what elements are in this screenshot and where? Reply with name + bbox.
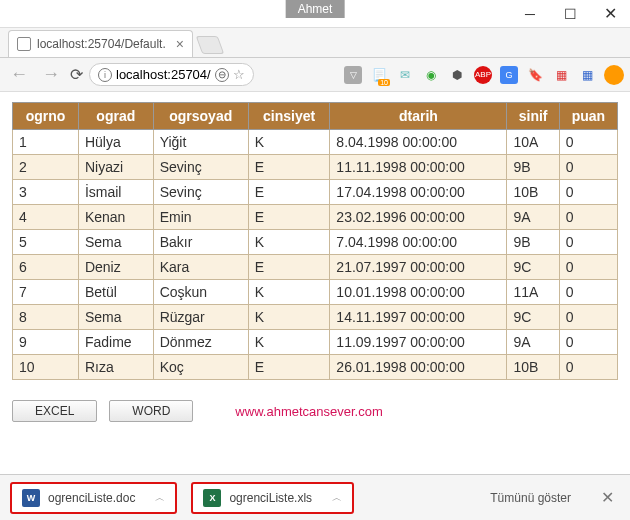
page-content: ogrnoogradogrsoyadcinsiyetdtarihsinifpua… xyxy=(0,92,630,390)
close-button[interactable]: ✕ xyxy=(590,0,630,28)
table-cell: Betül xyxy=(78,280,153,305)
zoom-icon[interactable]: ⊖ xyxy=(215,68,229,82)
tab-close-icon[interactable]: × xyxy=(176,36,184,52)
table-row: 5SemaBakırK7.04.1998 00:00:009B0 xyxy=(13,230,618,255)
window-titlebar: Ahmet ─ ☐ ✕ xyxy=(0,0,630,28)
table-cell: 8 xyxy=(13,305,79,330)
ext-icon-3[interactable]: ◉ xyxy=(422,66,440,84)
address-bar[interactable]: i localhost:25704/ ⊖ ☆ xyxy=(89,63,254,86)
excel-button[interactable]: EXCEL xyxy=(12,400,97,422)
chevron-up-icon[interactable]: ︿ xyxy=(332,491,342,505)
table-cell: K xyxy=(248,330,330,355)
table-row: 8SemaRüzgarK14.11.1997 00:00:009C0 xyxy=(13,305,618,330)
maximize-button[interactable]: ☐ xyxy=(550,0,590,28)
ext-icon-2[interactable]: ✉ xyxy=(396,66,414,84)
user-badge[interactable]: Ahmet xyxy=(286,0,345,18)
show-all-downloads[interactable]: Tümünü göster xyxy=(480,485,581,511)
table-cell: Rıza xyxy=(78,355,153,380)
column-header: ogrsoyad xyxy=(153,103,248,130)
table-cell: 7 xyxy=(13,280,79,305)
word-button[interactable]: WORD xyxy=(109,400,193,422)
table-row: 3İsmailSevinçE17.04.1998 00:00:0010B0 xyxy=(13,180,618,205)
ext-icon-4[interactable]: ⬢ xyxy=(448,66,466,84)
table-cell: 0 xyxy=(559,280,617,305)
table-cell: 14.11.1997 00:00:00 xyxy=(330,305,507,330)
word-file-icon: W xyxy=(22,489,40,507)
table-cell: 11.11.1998 00:00:00 xyxy=(330,155,507,180)
table-cell: 10.01.1998 00:00:00 xyxy=(330,280,507,305)
download-item-xls[interactable]: X ogrenciListe.xls ︿ xyxy=(191,482,354,514)
table-cell: Emin xyxy=(153,205,248,230)
table-cell: 0 xyxy=(559,205,617,230)
table-cell: 0 xyxy=(559,330,617,355)
table-cell: 9B xyxy=(507,155,559,180)
table-cell: 10B xyxy=(507,180,559,205)
student-table: ogrnoogradogrsoyadcinsiyetdtarihsinifpua… xyxy=(12,102,618,380)
page-icon xyxy=(17,37,31,51)
table-cell: 17.04.1998 00:00:00 xyxy=(330,180,507,205)
translate-icon[interactable]: G xyxy=(500,66,518,84)
site-info-icon[interactable]: i xyxy=(98,68,112,82)
table-cell: 26.01.1998 00:00:00 xyxy=(330,355,507,380)
new-tab-button[interactable] xyxy=(196,36,225,54)
star-icon[interactable]: ☆ xyxy=(233,67,245,82)
table-row: 2NiyaziSevinçE11.11.1998 00:00:009B0 xyxy=(13,155,618,180)
ext-icon-1[interactable]: 📃10 xyxy=(370,66,388,84)
table-cell: 7.04.1998 00:00:00 xyxy=(330,230,507,255)
table-cell: Coşkun xyxy=(153,280,248,305)
table-cell: E xyxy=(248,355,330,380)
table-row: 9FadimeDönmezK11.09.1997 00:00:009A0 xyxy=(13,330,618,355)
table-cell: 9 xyxy=(13,330,79,355)
table-cell: Bakır xyxy=(153,230,248,255)
adblock-icon[interactable]: ABP xyxy=(474,66,492,84)
table-cell: İsmail xyxy=(78,180,153,205)
table-cell: 9A xyxy=(507,330,559,355)
reload-button[interactable]: ⟳ xyxy=(70,65,83,84)
table-cell: Fadime xyxy=(78,330,153,355)
site-link[interactable]: www.ahmetcansever.com xyxy=(235,404,382,419)
table-row: 10RızaKoçE26.01.1998 00:00:0010B0 xyxy=(13,355,618,380)
back-button[interactable]: ← xyxy=(6,64,32,85)
ext-icon-6[interactable]: ▦ xyxy=(578,66,596,84)
profile-icon[interactable] xyxy=(604,65,624,85)
column-header: sinif xyxy=(507,103,559,130)
table-cell: Sevinç xyxy=(153,180,248,205)
forward-button[interactable]: → xyxy=(38,64,64,85)
chevron-up-icon[interactable]: ︿ xyxy=(155,491,165,505)
table-cell: E xyxy=(248,155,330,180)
table-cell: 10A xyxy=(507,130,559,155)
table-row: 6DenizKaraE21.07.1997 00:00:009C0 xyxy=(13,255,618,280)
column-header: ograd xyxy=(78,103,153,130)
browser-toolbar: ← → ⟳ i localhost:25704/ ⊖ ☆ ▽ 📃10 ✉ ◉ ⬢… xyxy=(0,58,630,92)
ext-icon-5[interactable]: ▦ xyxy=(552,66,570,84)
table-cell: Kenan xyxy=(78,205,153,230)
minimize-button[interactable]: ─ xyxy=(510,0,550,28)
table-cell: 0 xyxy=(559,155,617,180)
table-cell: 10 xyxy=(13,355,79,380)
column-header: cinsiyet xyxy=(248,103,330,130)
download-item-doc[interactable]: W ogrenciListe.doc ︿ xyxy=(10,482,177,514)
table-cell: 11.09.1997 00:00:00 xyxy=(330,330,507,355)
table-row: 7BetülCoşkunK10.01.1998 00:00:0011A0 xyxy=(13,280,618,305)
table-cell: K xyxy=(248,280,330,305)
download-filename: ogrenciListe.doc xyxy=(48,491,135,505)
extension-area: ▽ 📃10 ✉ ◉ ⬢ ABP G 🔖 ▦ ▦ xyxy=(344,65,624,85)
download-filename: ogrenciListe.xls xyxy=(229,491,312,505)
table-cell: 9A xyxy=(507,205,559,230)
bookmark-ext-icon[interactable]: 🔖 xyxy=(526,66,544,84)
abp-icon[interactable]: ▽ xyxy=(344,66,362,84)
table-cell: Sema xyxy=(78,305,153,330)
table-cell: 2 xyxy=(13,155,79,180)
table-cell: 23.02.1996 00:00:00 xyxy=(330,205,507,230)
table-cell: 21.07.1997 00:00:00 xyxy=(330,255,507,280)
table-cell: 0 xyxy=(559,130,617,155)
table-cell: 4 xyxy=(13,205,79,230)
table-cell: K xyxy=(248,305,330,330)
table-cell: Niyazi xyxy=(78,155,153,180)
column-header: puan xyxy=(559,103,617,130)
downloads-close-icon[interactable]: ✕ xyxy=(595,488,620,507)
table-cell: Hülya xyxy=(78,130,153,155)
table-cell: 0 xyxy=(559,230,617,255)
table-cell: 5 xyxy=(13,230,79,255)
browser-tab[interactable]: localhost:25704/Default. × xyxy=(8,30,193,57)
